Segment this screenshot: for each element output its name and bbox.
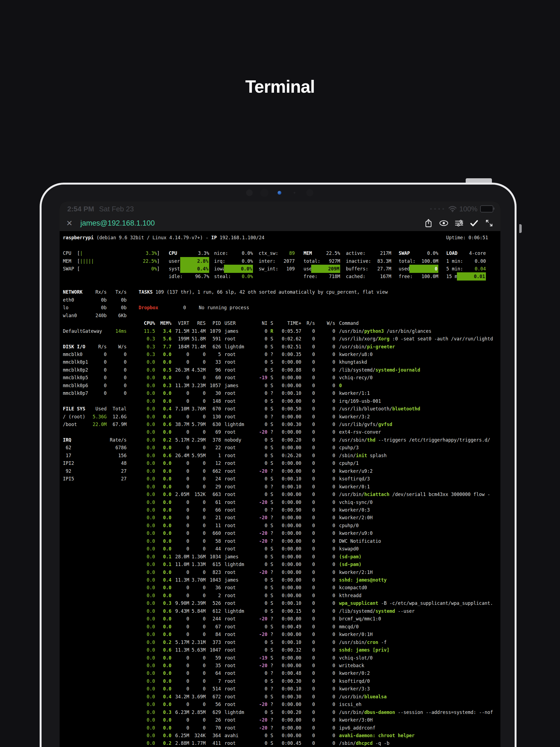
terminal-text: kworker/0:1	[339, 484, 370, 489]
process-cell: 0:00.20	[277, 437, 301, 443]
process-cell: root	[221, 445, 255, 450]
process-cell: 615	[206, 562, 221, 567]
process-row: 0.00.000244root-20?0:00.0000brcmf_wq/mmc…	[63, 615, 495, 623]
process-cell: 0	[172, 702, 189, 707]
process-header: CPU%MEM%VIRTRESPIDUSERNISTIME+R/sW/sComm…	[63, 319, 495, 327]
process-cell: 0.0	[155, 507, 172, 513]
process-cell: 0	[172, 686, 189, 692]
process-cell: 0	[255, 585, 268, 590]
terminal-text: 192.168.1.100/24	[217, 235, 264, 240]
terminal-text: DWC Notificatio	[339, 538, 381, 544]
process-cell: 0:00.00	[277, 359, 301, 365]
process-cell: S	[268, 383, 277, 388]
terminal-line: 171560.00.626.4M5.95M1root0S0:26.2000/sb…	[59, 452, 501, 459]
process-cell: 0	[315, 367, 335, 373]
process-cell: 0	[255, 476, 268, 482]
process-cell: 0	[315, 562, 335, 567]
process-cell: 0.0	[155, 445, 172, 450]
process-cell: 0.0	[63, 702, 155, 707]
gauge-swap: SWAP[0%]	[63, 265, 160, 273]
terminal-text: cpuhp/1	[339, 460, 359, 466]
process-cell: -20	[255, 538, 268, 544]
process-cell: 0.0	[63, 499, 155, 505]
terminal-line: mmcblk0p7000.00.00030root0?0:00.1000kwor…	[59, 389, 501, 397]
process-row: 0.00.526.3M4.52M96root0S0:00.8800/lib/sy…	[63, 366, 495, 374]
process-cell: khungtaskd	[335, 359, 495, 365]
process-cell: 0	[172, 515, 189, 520]
process-row: 0.00.411.3M3.70M1043james0S0:00.0000sshd…	[63, 576, 495, 584]
process-cell: 0	[172, 538, 189, 544]
process-cell: 0	[301, 694, 315, 699]
process-cell: 0	[301, 414, 315, 419]
process-cell: 0	[172, 717, 189, 723]
process-cell: 0.0	[155, 531, 172, 536]
terminal-line: lo0b0bDropbox0No running process	[59, 304, 501, 311]
process-cell: 0	[172, 546, 189, 551]
process-cell: 0	[255, 383, 268, 388]
terminal-line: mmcblk0p2000.00.526.3M4.52M96root0S0:00.…	[59, 366, 501, 374]
process-cell: 0	[315, 663, 335, 668]
process-cell: ksoftirqd/0	[335, 678, 495, 684]
terminal-text: systemd	[376, 609, 395, 614]
process-cell: 0.3	[155, 600, 172, 606]
process-cell: S	[268, 600, 277, 606]
process-row: 0.00.00070root-20?0:00.0000ipv6_addrconf	[63, 724, 495, 731]
close-tab-button[interactable]: ✕	[66, 219, 74, 228]
terminal-text: /usr/bin/glances	[384, 328, 432, 334]
process-cell: 0	[255, 437, 268, 443]
terminal-text: kthreadd	[339, 593, 361, 598]
process-cell: S	[268, 398, 277, 404]
process-cell: 0	[315, 538, 335, 544]
process-cell: 612	[206, 609, 221, 614]
terminal-text: [	[77, 258, 80, 264]
process-cell: 0	[255, 507, 268, 513]
eye-icon[interactable]	[439, 218, 449, 228]
process-cell: 0.0	[63, 624, 155, 629]
process-cell: 0	[189, 460, 206, 466]
process-header-cell: CPU%	[63, 320, 155, 326]
process-cell: 0	[189, 686, 206, 692]
process-cell: root	[221, 515, 255, 520]
process-cell: 0	[172, 499, 189, 505]
terminal-text: cron	[367, 640, 378, 645]
swap-value: 0.0%	[427, 249, 438, 257]
process-cell: 36	[206, 585, 221, 590]
expand-icon[interactable]	[485, 218, 494, 228]
process-cell: ?	[268, 686, 277, 692]
process-cell: 0	[301, 670, 315, 676]
terminal-output[interactable]: raspberrypi (debian 9.6 32bit / Linux 4.…	[59, 231, 501, 747]
process-cell: 0.0	[155, 429, 172, 435]
sliders-icon[interactable]	[455, 218, 464, 228]
process-cell: 11.5	[63, 328, 155, 334]
process-cell: 672	[206, 694, 221, 699]
process-cell: 0:00.49	[277, 624, 301, 629]
terminal-text: Xorg	[378, 336, 389, 341]
process-cell: 0:00.10	[277, 476, 301, 482]
share-icon[interactable]	[424, 218, 433, 228]
terminal-text: NETWORK	[63, 288, 82, 296]
terminal-text: 0b	[121, 296, 127, 304]
process-cell: 0	[315, 609, 335, 614]
process-row: 0.00.00044root0S0:00.0000kswapd0	[63, 545, 495, 552]
process-cell: 0.0	[63, 670, 155, 676]
process-cell: 66	[206, 507, 221, 513]
cpu-label: irq:	[214, 257, 225, 265]
check-icon[interactable]	[469, 218, 479, 228]
process-cell: 591	[206, 336, 221, 341]
terminal-text: -f	[378, 640, 387, 645]
process-cell: 84	[206, 632, 221, 637]
terminal-text: /usr/sbin/	[339, 437, 367, 443]
process-cell: 0	[315, 616, 335, 621]
process-cell: sshd: james@notty	[335, 577, 495, 583]
terminal-text: 0%	[151, 266, 157, 272]
process-cell: 0.6	[155, 422, 172, 427]
terminal-line: 0.00.00044root0S0:00.0000kswapd0	[59, 545, 501, 552]
process-cell: 0	[301, 453, 315, 458]
process-cell: 0.0	[155, 492, 172, 497]
process-cell: 0:00.30	[277, 678, 301, 684]
process-cell: 0.0	[63, 484, 155, 489]
terminal-text: /usr/bin/	[339, 694, 364, 699]
process-cell: 0	[301, 422, 315, 427]
process-cell: 7.10M	[172, 406, 189, 412]
session-tab[interactable]: james@192.168.1.100	[80, 219, 155, 228]
